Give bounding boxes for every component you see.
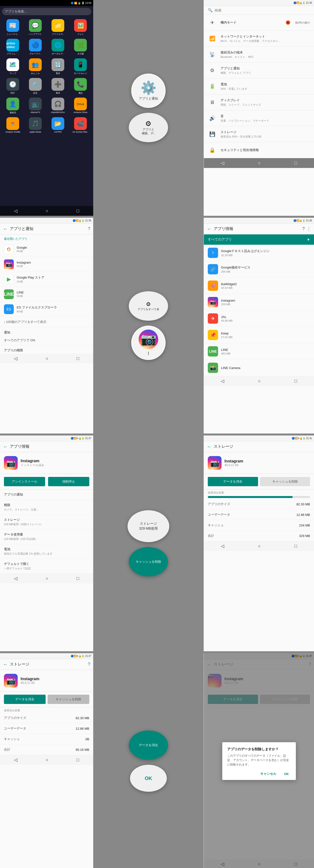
- nav-back[interactable]: ◁: [14, 208, 18, 214]
- uninstall-button[interactable]: アンインストール: [4, 477, 45, 486]
- battery-detail-row[interactable]: 電池 前回のフル充電以降 1% 使用しています: [0, 544, 93, 559]
- nav-home-storage[interactable]: ○: [258, 544, 261, 549]
- appinfo-item-linecam[interactable]: 📸 LINE Camera: [204, 360, 314, 376]
- app-icon-mobilereg[interactable]: 📱: [74, 58, 87, 71]
- app-icon-amazondrive[interactable]: Drive: [74, 98, 87, 110]
- app-icon-minkol[interactable]: 👥: [29, 58, 42, 71]
- list-item[interactable]: 👤 連絡先: [2, 97, 24, 115]
- list-item[interactable]: 🌐 ポータルア..: [47, 38, 69, 56]
- nav-recent-settings[interactable]: □: [294, 161, 297, 166]
- list-item-googleplay[interactable]: ▶ Google Play ストア 1m前: [0, 272, 93, 287]
- nav-back-appinfo[interactable]: ◁: [221, 378, 224, 384]
- app-icon-contacts[interactable]: 👤: [6, 98, 19, 110]
- settings-item-display[interactable]: 🖥 ディスプレイ 壁紙、スリープ、フォントサイズ: [204, 94, 314, 110]
- nav-recent-appinfo[interactable]: □: [294, 379, 297, 384]
- clear-data-button2[interactable]: データを消去: [4, 695, 46, 704]
- list-item-google[interactable]: G Google 0m前: [0, 242, 93, 257]
- settings-item-airplane[interactable]: ✈ 機内モード ✕ 他3件の縮小: [204, 15, 314, 31]
- settings-item-network[interactable]: 📶 ネットワークとインターネット Wi-Fi、モバイル、データ使用量、アクセスポ…: [204, 31, 314, 46]
- appinfo-item-tts[interactable]: T Googleテキスト読み上げエンジン 32.26 MB: [204, 245, 314, 261]
- list-item-instagram[interactable]: 📷 Instagram 0m前: [0, 257, 93, 272]
- app-icon-clock[interactable]: 🕐: [6, 78, 19, 91]
- app-icon-blueray[interactable]: 🔵: [29, 39, 42, 52]
- app-icon-popomori[interactable]: 🌿: [74, 39, 87, 52]
- app-icon-phone[interactable]: 📞: [74, 78, 87, 91]
- list-item[interactable]: 🔢 電卓: [47, 57, 69, 76]
- default-detail-row[interactable]: デフォルトで開く 一部デフォルトで設定: [0, 559, 93, 574]
- app-icon-hangout[interactable]: 💬: [29, 19, 42, 32]
- nav-home-appdetail[interactable]: ○: [46, 576, 48, 581]
- app-icon-settings[interactable]: ⚙️: [29, 78, 42, 91]
- list-item[interactable]: 🌿 ポポ森: [70, 38, 91, 56]
- app-icon-calc2[interactable]: ➕: [52, 78, 64, 91]
- nav-recent[interactable]: □: [77, 209, 79, 214]
- settings-item-storage[interactable]: 💾 ストレージ 使用済み 83% - 空き容量 2.75 GB: [204, 126, 314, 142]
- dialog-ok-button[interactable]: OK: [282, 771, 291, 777]
- force-stop-button[interactable]: 強制停止: [48, 477, 89, 486]
- nav-back-storage[interactable]: ◁: [221, 544, 224, 549]
- nav-back-appdetail[interactable]: ◁: [14, 576, 18, 581]
- list-item[interactable]: 🖼️ フォト: [70, 18, 91, 37]
- nav-back-settings[interactable]: ◁: [221, 160, 224, 166]
- app-icon-airpods[interactable]: 🎧: [52, 98, 64, 110]
- appinfo-item-keep[interactable]: 📌 Keep 27.62 MB: [204, 327, 314, 343]
- list-item[interactable]: 📱 モバイルレジ: [70, 57, 91, 76]
- list-item[interactable]: ⚙️ 設定: [25, 77, 46, 96]
- settings-item-apps[interactable]: ⚙ アプリと通知 権限、デフォルト アプリ: [204, 63, 314, 79]
- back-button-storage[interactable]: ←: [207, 444, 212, 450]
- app-icon-maps[interactable]: 🗺️: [6, 58, 19, 71]
- show-all-apps[interactable]: › 100個のアプリをすべて表示: [0, 317, 93, 327]
- help-icon-appinfo[interactable]: ?: [302, 226, 305, 231]
- nav-back-appnotif[interactable]: ◁: [14, 356, 18, 361]
- list-item[interactable]: 📺 AbemaTV: [25, 97, 46, 115]
- appinfo-item-gconnect[interactable]: 🔗 Google接続サービス 296 MB: [204, 261, 314, 278]
- app-icon-prime[interactable]: prime video: [6, 39, 19, 52]
- nav-home-appinfo[interactable]: ○: [258, 379, 261, 384]
- perm-detail-row[interactable]: 権限 カメラ、ストレージ、位置...: [0, 500, 93, 515]
- app-icon-files[interactable]: 📁: [52, 19, 64, 32]
- app-icon-news[interactable]: 📰: [6, 19, 19, 32]
- appinfo-item-line[interactable]: LINE LINE 483 MB: [204, 343, 314, 360]
- list-item[interactable]: 📹 AZ Screen Rec..: [70, 116, 91, 134]
- list-item-line[interactable]: LINE LINE 5m前: [0, 287, 93, 302]
- nav-home-settings[interactable]: ○: [258, 161, 261, 166]
- list-item[interactable]: 🔵 ブルーライ..: [25, 38, 46, 56]
- list-item[interactable]: 📁 ファイルマ..: [47, 18, 69, 37]
- app-icon-portal[interactable]: 🌐: [52, 39, 64, 52]
- storage-detail-row[interactable]: ストレージ 329 MB使用（内部ストレージ）: [0, 515, 93, 529]
- app-icon-abema[interactable]: 📺: [29, 98, 42, 110]
- app-icon-calc[interactable]: 🔢: [52, 58, 64, 71]
- nav-home-storage2[interactable]: ○: [46, 757, 48, 763]
- notif-detail-row[interactable]: アプリの通知: [0, 489, 93, 500]
- home-search-bar[interactable]: アプリを検索...: [2, 8, 91, 15]
- back-button-storage2[interactable]: ←: [3, 661, 8, 667]
- nav-recent-storage[interactable]: □: [294, 544, 297, 549]
- list-item[interactable]: 🎵 Apple Music: [25, 116, 46, 134]
- list-item[interactable]: 👥 みんこル: [25, 57, 46, 76]
- nav-recent-storage2[interactable]: □: [77, 757, 79, 763]
- app-icon-photos[interactable]: 🖼️: [74, 19, 87, 32]
- list-item[interactable]: 📚 Amazon Kindle: [2, 116, 24, 134]
- nav-recent-appdetail[interactable]: □: [77, 576, 79, 581]
- list-item[interactable]: 🎧 AirpodsForGA: [47, 97, 69, 115]
- appinfo-item-ika[interactable]: 🦑 ikaWidget2 43.54 MB: [204, 278, 314, 294]
- help-icon-storage2[interactable]: ?: [88, 662, 90, 667]
- clear-data-button[interactable]: データを消去: [208, 477, 258, 486]
- more-icon-appinfo[interactable]: ⋮: [307, 226, 311, 232]
- nav-home-appnotif[interactable]: ○: [46, 356, 48, 361]
- list-item[interactable]: 📂 ASTRO: [47, 116, 69, 134]
- all-apps-dropdown[interactable]: すべてのアプリ ▼: [204, 235, 314, 245]
- settings-item-security[interactable]: 🔒 セキュリティと現在地情報: [204, 142, 314, 158]
- back-button-appdetail[interactable]: ←: [3, 444, 8, 450]
- settings-search-input[interactable]: [215, 8, 310, 12]
- app-icon-applemusic[interactable]: 🎵: [29, 117, 42, 130]
- back-button-appnotif[interactable]: ←: [3, 226, 8, 232]
- settings-item-sound[interactable]: 🔊 音 音量、バイブレーション、マナーモード: [204, 110, 314, 126]
- airplane-toggle[interactable]: ✕: [286, 20, 290, 25]
- back-button-appinfo[interactable]: ←: [207, 226, 212, 232]
- list-item[interactable]: 📰 ニュースと..: [2, 18, 24, 37]
- nav-home[interactable]: ○: [46, 209, 48, 214]
- app-icon-kindle[interactable]: 📚: [6, 117, 19, 130]
- settings-item-battery[interactable]: 🔋 電池 26% - 充電しています: [204, 79, 314, 94]
- list-item[interactable]: prime video プライム・..: [2, 38, 24, 56]
